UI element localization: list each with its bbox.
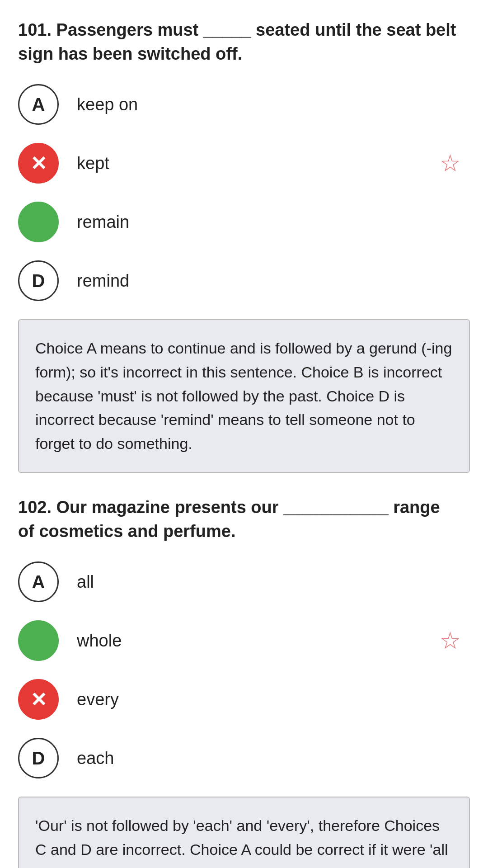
option-circle-102-d[interactable]: D [18,738,59,778]
option-circle-101-b[interactable]: ✕ [18,143,59,184]
question-102-text: 102. Our magazine presents our _________… [18,495,470,543]
page-content: 101. Passengers must _____ seated until … [0,0,488,868]
option-label-101-d: remind [77,271,470,291]
option-101-a[interactable]: A keep on [18,84,470,125]
option-101-b[interactable]: ✕ kept ☆ [18,143,470,184]
star-icon-102-b[interactable]: ☆ [440,627,461,654]
star-icon-101-b[interactable]: ☆ [440,150,461,177]
option-label-102-b: whole [77,631,470,651]
option-102-c[interactable]: ✕ every [18,679,470,720]
question-102: 102. Our magazine presents our _________… [18,495,470,868]
question-101: 101. Passengers must _____ seated until … [18,18,470,473]
option-circle-101-a[interactable]: A [18,84,59,125]
option-letter-102-a: A [32,572,45,592]
question-101-text: 101. Passengers must _____ seated until … [18,18,470,66]
option-circle-102-c[interactable]: ✕ [18,679,59,720]
question-102-number: 102 [18,498,47,517]
option-102-d[interactable]: D each [18,738,470,778]
option-circle-102-a[interactable]: A [18,561,59,602]
option-102-b[interactable]: whole ☆ [18,620,470,661]
option-label-101-b: kept [77,154,470,173]
explanation-101: Choice A means to continue and is follow… [18,319,470,472]
option-label-102-d: each [77,749,470,768]
option-letter-101-d: D [32,271,45,291]
option-letter-101-a: A [32,94,45,115]
question-101-number: 101 [18,20,47,39]
x-icon-102-c: ✕ [30,688,47,711]
option-circle-101-c[interactable] [18,202,59,242]
option-label-101-a: keep on [77,95,470,114]
explanation-102: 'Our' is not followed by 'each' and 'eve… [18,797,470,868]
question-102-body: Our magazine presents our ___________ ra… [18,498,440,541]
option-label-102-c: every [77,690,470,709]
option-circle-101-d[interactable]: D [18,260,59,301]
question-101-body: Passengers must _____ seated until the s… [18,20,456,63]
option-label-101-c: remain [77,212,470,232]
option-label-102-a: all [77,572,470,592]
x-icon-101-b: ✕ [30,152,47,175]
option-102-a[interactable]: A all [18,561,470,602]
option-101-d[interactable]: D remind [18,260,470,301]
option-101-c[interactable]: remain [18,202,470,242]
option-letter-102-d: D [32,748,45,769]
option-circle-102-b[interactable] [18,620,59,661]
